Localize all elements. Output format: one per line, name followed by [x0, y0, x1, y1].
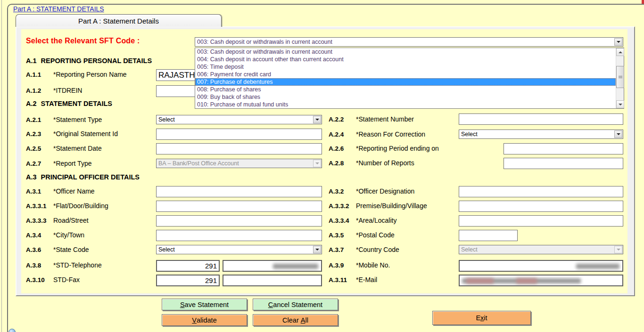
tab-part-a-statement-details[interactable]: Part A : Statement Details: [16, 14, 222, 27]
std-fax-number-input[interactable]: [223, 275, 322, 286]
button-text: ll: [305, 316, 308, 324]
field-label: *Flat/Door/Building: [53, 202, 108, 210]
redacted-mobile-number: [576, 264, 619, 269]
button-text: alidate: [197, 316, 217, 324]
field-id: A.2.8: [329, 160, 344, 167]
officer-name-input[interactable]: [156, 186, 322, 197]
button-text: Clear: [282, 316, 301, 324]
section-a1-num: A.1: [26, 57, 37, 65]
field-id: A.3.9: [329, 262, 344, 269]
reporting-period-input[interactable]: [504, 143, 623, 154]
chevron-down-icon[interactable]: [313, 246, 321, 253]
sft-option[interactable]: 003: Cash deposit or withdrawals in curr…: [195, 48, 616, 56]
field-label: *Report Type: [53, 160, 91, 167]
field-id: A.2.4: [329, 131, 344, 138]
exit-button[interactable]: Exit: [432, 311, 531, 325]
field-label: *City/Town: [53, 231, 84, 239]
field-label: *E-Mail: [356, 276, 377, 283]
field-id: A.2.2: [329, 116, 344, 123]
section-a3-heading: A.3 PRINCIPAL OFFICER DETAILS: [26, 173, 140, 181]
field-id: A.1.1: [26, 71, 41, 78]
tab-page-panel: Select the Relevant SFT Code : 003: Cash…: [16, 26, 635, 296]
button-accel: x: [480, 314, 484, 322]
std-telephone-number-input[interactable]: [223, 260, 322, 272]
sft-option[interactable]: 006: Payment for credit card: [195, 71, 616, 78]
redacted-telephone-number: [273, 264, 318, 269]
field-id: A.2.3: [26, 130, 41, 138]
postal-code-input[interactable]: [459, 230, 518, 241]
field-label: *Country Code: [356, 246, 399, 253]
sft-option[interactable]: 004: Cash deposit in account other than …: [195, 56, 616, 63]
button-accel: V: [192, 316, 197, 324]
sft-code-combo[interactable]: 003: Cash deposit or withdrawals in curr…: [195, 37, 623, 47]
button-text: E: [476, 314, 480, 322]
statement-date-input[interactable]: [156, 143, 322, 154]
statement-type-combo[interactable]: Select: [156, 115, 322, 124]
report-type-value: BA – Bank/Post Office Account: [158, 160, 239, 167]
field-id: A.2.6: [329, 145, 344, 152]
field-id: A.3.7: [329, 246, 344, 253]
field-label: *Officer Designation: [356, 187, 414, 195]
scrollbar-thumb[interactable]: [616, 66, 624, 88]
dropdown-scrollbar[interactable]: [616, 48, 624, 108]
reason-for-correction-combo[interactable]: Select: [459, 130, 623, 139]
field-label: *Officer Name: [53, 187, 95, 195]
sft-code-dropdown-list: 003: Cash deposit or withdrawals in curr…: [195, 48, 624, 109]
clear-all-button[interactable]: Clear All: [253, 314, 338, 326]
flat-door-building-input[interactable]: [156, 201, 322, 212]
statement-number-input[interactable]: [459, 113, 623, 125]
sft-option-highlighted[interactable]: 007: Purchase of debentures: [195, 78, 616, 86]
state-code-combo[interactable]: Select: [156, 245, 322, 254]
area-locality-input[interactable]: [459, 215, 623, 227]
application-window: Part A : STATEMENT DETAILS Part A : Stat…: [0, 0, 644, 332]
field-id: A.3.3.1: [26, 202, 47, 210]
city-town-input[interactable]: [156, 230, 322, 241]
field-label: *Original Statement Id: [53, 130, 118, 138]
chevron-down-icon[interactable]: [313, 116, 321, 123]
sft-option[interactable]: 010: Purchase of mutual fund units: [195, 101, 616, 108]
officer-designation-input[interactable]: [459, 186, 623, 197]
field-label: *Statement Number: [356, 115, 414, 123]
field-label: STD-Fax: [53, 276, 80, 283]
country-code-value: Select: [461, 246, 478, 253]
scroll-up-icon[interactable]: [616, 48, 624, 56]
field-label: *Reporting Period ending on: [356, 145, 439, 152]
sft-option[interactable]: 008: Purchase of shares: [195, 86, 616, 93]
field-id: A.3.5: [329, 232, 344, 239]
section-a1-heading: A.1 REPORTING PERSONAL DETAILS: [26, 57, 152, 65]
statement-details-form: Select the Relevant SFT Code : 003: Cash…: [21, 29, 627, 293]
field-id: A.3.8: [26, 262, 41, 269]
chevron-down-icon[interactable]: [614, 130, 622, 138]
field-id: A.2.7: [26, 160, 41, 167]
field-id: A.3.4: [26, 232, 41, 239]
redacted-email-tint: [466, 278, 494, 283]
original-statement-id-input[interactable]: [156, 129, 322, 140]
email-input[interactable]: [459, 275, 623, 286]
cancel-statement-button[interactable]: Cancel Statement: [253, 299, 338, 310]
std-fax-code-input[interactable]: 291: [156, 275, 220, 286]
sft-code-combo-value: 003: Cash deposit or withdrawals in curr…: [197, 39, 332, 45]
chevron-down-icon: [313, 160, 321, 167]
sft-option[interactable]: 009: Buy back of shares: [195, 93, 616, 101]
mobile-no-input[interactable]: [459, 260, 623, 272]
premise-building-village-input[interactable]: [459, 201, 623, 212]
statement-type-value: Select: [158, 116, 175, 123]
field-label: *Number of Reports: [356, 159, 414, 167]
scroll-down-icon[interactable]: [616, 100, 624, 108]
field-id: A.2.5: [26, 145, 41, 152]
number-of-reports-input[interactable]: [504, 158, 623, 169]
field-id: A.3.3.2: [329, 202, 349, 210]
window-left-border: [1, 0, 2, 332]
report-type-combo: BA – Bank/Post Office Account: [156, 159, 322, 168]
sft-option[interactable]: 005: Time deposit: [195, 63, 616, 71]
button-accel: S: [180, 301, 185, 308]
road-street-input[interactable]: [156, 215, 322, 227]
section-a2-num: A.2: [26, 100, 37, 107]
save-statement-button[interactable]: Save Statement: [162, 299, 247, 310]
std-telephone-code-input[interactable]: 291: [156, 260, 220, 272]
field-label: *Reporting Person Name: [53, 71, 127, 78]
button-accel: C: [268, 301, 273, 308]
field-id: A.3.3.3: [26, 217, 47, 224]
chevron-down-icon[interactable]: [614, 38, 622, 46]
validate-button[interactable]: Validate: [162, 314, 247, 326]
